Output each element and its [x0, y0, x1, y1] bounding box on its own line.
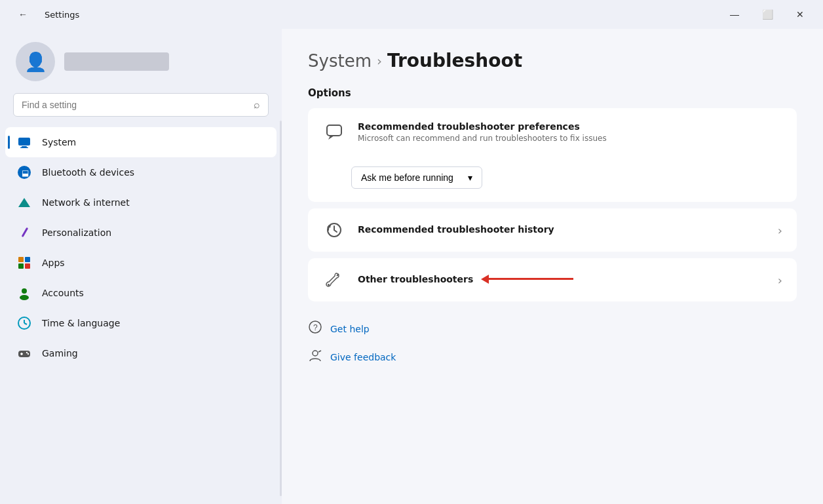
- sidebar-item-system[interactable]: System: [5, 127, 277, 157]
- history-chevron-icon: ›: [778, 223, 782, 237]
- gaming-icon: [16, 345, 33, 362]
- sidebar-scrollbar: [280, 121, 282, 496]
- svg-rect-9: [18, 263, 24, 269]
- breadcrumb: System › Troubleshoot: [308, 50, 797, 71]
- close-button[interactable]: ✕: [785, 4, 815, 25]
- svg-rect-21: [327, 125, 341, 136]
- sidebar-item-time[interactable]: Time & language: [5, 308, 277, 338]
- search-button[interactable]: ⌕: [254, 99, 260, 111]
- card-other-title: Other troubleshooters: [358, 274, 766, 284]
- sidebar-item-apps[interactable]: Apps: [5, 248, 277, 278]
- network-icon: [16, 194, 33, 211]
- apps-label: Apps: [42, 258, 65, 268]
- give-feedback-label: Give feedback: [330, 352, 396, 362]
- troubleshooter-dropdown[interactable]: Ask me before running ▾: [351, 166, 482, 189]
- titlebar-left: ← Settings: [8, 4, 79, 25]
- avatar: 👤: [16, 42, 55, 81]
- svg-rect-8: [25, 257, 30, 262]
- titlebar: ← Settings — ⬜ ✕: [0, 0, 823, 29]
- card-other-text: Other troubleshooters: [358, 274, 766, 286]
- breadcrumb-separator: ›: [377, 53, 382, 69]
- breadcrumb-parent: System: [308, 51, 372, 71]
- arrow-line: [488, 278, 573, 280]
- username-placeholder: [64, 52, 169, 71]
- get-help-link[interactable]: ? Get help: [308, 317, 797, 340]
- time-icon: [16, 315, 33, 332]
- chat-icon: [322, 124, 346, 141]
- sidebar-item-network[interactable]: Network & internet: [5, 187, 277, 218]
- card-history-title: Recommended troubleshooter history: [358, 224, 766, 235]
- card-prefs-subtitle: Microsoft can recommend and run troubles…: [358, 134, 782, 143]
- titlebar-title: Settings: [45, 10, 79, 20]
- sidebar: 👤 ⌕ System: [0, 29, 282, 504]
- wrench-icon: [322, 271, 346, 288]
- titlebar-controls: — ⬜ ✕: [719, 4, 815, 25]
- card-recommended-prefs[interactable]: Recommended troubleshooter preferences M…: [308, 108, 797, 202]
- sidebar-item-personalization[interactable]: Personalization: [5, 218, 277, 248]
- dropdown-value: Ask me before running: [361, 172, 453, 183]
- bluetooth-label: Bluetooth & devices: [42, 167, 134, 178]
- section-options-label: Options: [308, 87, 797, 99]
- svg-point-25: [328, 284, 330, 286]
- minimize-button[interactable]: —: [719, 4, 750, 25]
- svg-point-20: [28, 353, 29, 355]
- search-input[interactable]: [22, 100, 248, 110]
- other-chevron-icon: ›: [778, 273, 782, 287]
- accounts-label: Accounts: [42, 288, 84, 298]
- time-label: Time & language: [42, 318, 120, 328]
- svg-point-29: [313, 351, 318, 356]
- get-help-icon: ?: [308, 320, 322, 338]
- svg-line-15: [24, 323, 27, 324]
- card-troubleshooter-history[interactable]: Recommended troubleshooter history ›: [308, 208, 797, 252]
- sidebar-nav: System ⬓ Bluetooth & devices Network: [0, 127, 282, 496]
- system-icon: [16, 134, 33, 151]
- system-label: System: [42, 137, 76, 147]
- apps-icon: [16, 254, 33, 271]
- user-icon: 👤: [24, 51, 47, 73]
- svg-marker-5: [18, 198, 30, 207]
- search-icon: ⌕: [254, 99, 260, 111]
- card-prefs-title: Recommended troubleshooter preferences: [358, 121, 782, 132]
- sidebar-item-accounts[interactable]: Accounts: [5, 278, 277, 308]
- sidebar-profile: 👤: [0, 29, 282, 93]
- accounts-icon: [16, 284, 33, 301]
- app-body: 👤 ⌕ System: [0, 29, 823, 504]
- svg-line-30: [318, 351, 321, 352]
- footer-links: ? Get help Give feedback: [308, 317, 797, 368]
- svg-rect-7: [18, 257, 24, 262]
- personalization-label: Personalization: [42, 227, 111, 238]
- gaming-label: Gaming: [42, 348, 78, 359]
- content-area: System › Troubleshoot Options Recommende…: [282, 29, 823, 504]
- svg-rect-2: [20, 147, 28, 149]
- breadcrumb-current: Troubleshoot: [387, 50, 522, 71]
- get-help-label: Get help: [330, 324, 370, 334]
- bluetooth-icon: ⬓: [16, 164, 33, 181]
- dropdown-chevron-icon: ▾: [468, 172, 472, 183]
- search-box: ⌕: [13, 93, 269, 117]
- card-other-troubleshooters[interactable]: Other troubleshooters ›: [308, 258, 797, 301]
- history-icon: [322, 222, 346, 239]
- svg-text:?: ?: [313, 323, 318, 332]
- give-feedback-link[interactable]: Give feedback: [308, 345, 797, 368]
- feedback-icon: [308, 348, 322, 366]
- svg-rect-6: [22, 227, 29, 237]
- network-label: Network & internet: [42, 197, 130, 208]
- card-prefs-text: Recommended troubleshooter preferences M…: [358, 121, 782, 143]
- svg-rect-10: [25, 263, 30, 269]
- card-history-text: Recommended troubleshooter history: [358, 224, 766, 237]
- maximize-button[interactable]: ⬜: [752, 4, 782, 25]
- svg-rect-18: [20, 353, 23, 355]
- sidebar-item-bluetooth[interactable]: ⬓ Bluetooth & devices: [5, 157, 277, 187]
- svg-rect-0: [18, 138, 30, 145]
- svg-point-12: [20, 295, 29, 300]
- personalization-icon: [16, 224, 33, 241]
- svg-point-19: [26, 352, 28, 353]
- sidebar-item-gaming[interactable]: Gaming: [5, 338, 277, 368]
- svg-point-11: [22, 288, 27, 294]
- red-arrow-annotation: [481, 275, 573, 284]
- svg-text:⬓: ⬓: [22, 168, 29, 178]
- back-button[interactable]: ←: [8, 4, 38, 25]
